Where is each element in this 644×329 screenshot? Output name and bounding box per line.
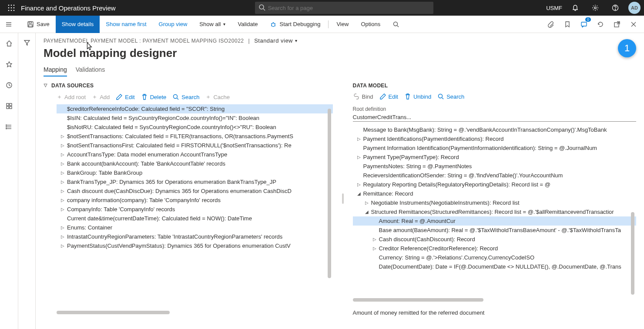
nav-workspaces-icon[interactable] [0, 99, 18, 113]
tree-node[interactable]: $isNotRU: Calculated field = SysCountryR… [57, 123, 333, 132]
options-button[interactable]: Options [355, 16, 386, 33]
datamodel-tree[interactable]: Message to Bank(MsgBank): String = @.'ve… [353, 125, 636, 303]
tree-node[interactable]: $IsIN: Calculated field = SysCountryRegi… [57, 113, 333, 123]
tree-node[interactable]: RecieversIdentificationOfSender: String … [353, 171, 636, 180]
tree-node[interactable]: PaymentsNotes: String = @.PaymentNotes [353, 162, 636, 171]
nav-home-icon[interactable] [0, 37, 18, 50]
tree-toggle-icon[interactable]: ▷ [60, 234, 65, 239]
tree-node[interactable]: Date(DocumentDate): Date = IF(@.Document… [353, 262, 636, 271]
add-button[interactable]: ＋Add [92, 93, 110, 101]
notifications-icon[interactable] [568, 1, 582, 15]
splitter[interactable] [342, 81, 344, 316]
popout-icon[interactable] [611, 18, 623, 30]
data-sources-header[interactable]: ▷ DATA SOURCES [44, 81, 333, 90]
tree-toggle-icon[interactable]: ▷ [356, 136, 362, 141]
tree-node[interactable]: ▷Cash discount due(CashDiscDue): Dynamic… [57, 186, 333, 196]
nav-modules-icon[interactable] [0, 120, 18, 134]
tree-node[interactable]: ▷AccountTransType: Data model enumeratio… [57, 150, 333, 159]
tree-node[interactable]: ▷Payment Identifications(PaymentIdentifi… [353, 134, 636, 143]
find-button[interactable] [386, 16, 406, 33]
nav-recent-icon[interactable] [0, 78, 18, 92]
tree-toggle-icon[interactable]: ▷ [60, 143, 65, 148]
company-label[interactable]: USMF [546, 5, 562, 11]
root-definition-value[interactable]: CustomerCreditTrans... [353, 113, 636, 122]
scrollbar-horizontal[interactable] [353, 298, 483, 302]
show-name-first-button[interactable]: Show name first [100, 16, 152, 33]
scrollbar-horizontal[interactable] [57, 311, 170, 314]
tree-node[interactable]: ▷BankTransType_JP: Dynamics 365 for Oper… [57, 177, 333, 186]
tree-toggle-icon[interactable]: ▷ [60, 170, 65, 175]
tree-toggle-icon[interactable]: ▷ [372, 237, 377, 242]
tree-toggle-icon[interactable]: ▷ [60, 243, 65, 248]
close-icon[interactable] [627, 18, 640, 30]
tree-toggle-icon[interactable]: ▷ [60, 207, 65, 212]
tree-node[interactable]: ▷Cash discount(CashDiscount): Record [353, 235, 636, 244]
add-root-button[interactable]: ＋Add root [57, 93, 86, 101]
tree-toggle-icon[interactable]: ▷ [60, 198, 65, 203]
view-selector[interactable]: Standard view ▾ [254, 37, 297, 44]
tree-node[interactable]: ▷IntrastatCountryRegionParameters: Table… [57, 232, 333, 241]
app-launcher[interactable] [3, 0, 19, 16]
tree-node[interactable]: ◢Remittance: Record [353, 189, 636, 198]
tree-node[interactable]: ▷Creditor Reference(CreditorReference): … [353, 244, 636, 253]
bookmark-icon[interactable] [561, 18, 574, 30]
group-view-button[interactable]: Group view [153, 16, 194, 33]
show-all-dropdown[interactable]: Show all ▾ [193, 16, 231, 33]
tree-toggle-icon[interactable]: ▷ [60, 179, 65, 184]
tree-node[interactable]: Message to Bank(MsgBank): String = @.'ve… [353, 125, 636, 134]
attach-icon[interactable] [545, 18, 557, 30]
tree-node[interactable]: Base amount(BaseAmount): Real = @.'$TaxW… [353, 226, 636, 235]
tree-node[interactable]: ▷PaymentStatus(CustVendPaymStatus): Dyna… [57, 241, 333, 250]
scrollbar-vertical[interactable] [328, 109, 331, 278]
tree-toggle-icon[interactable]: ▷ [372, 246, 377, 251]
nav-favorites-icon[interactable] [0, 57, 18, 71]
view-button[interactable]: View [330, 16, 355, 33]
tree-node[interactable]: $creditorReferenceInfoCode: Calculated f… [57, 104, 333, 113]
tree-node[interactable]: ▷$notSentTransactions: Calculated field … [57, 132, 333, 141]
tree-node[interactable]: ▷Negotiable Instruments(NegotiableInstru… [353, 198, 636, 207]
help-icon[interactable] [608, 1, 622, 15]
tree-toggle-icon[interactable]: ▷ [60, 152, 65, 157]
tree-toggle-icon[interactable]: ▷ [60, 134, 65, 139]
edit-button[interactable]: Edit [116, 93, 134, 101]
tree-toggle-icon[interactable]: ▷ [60, 225, 65, 230]
scrollbar-vertical[interactable] [631, 212, 634, 295]
tree-node[interactable]: Currency: String = @.'>Relations'.Curren… [353, 253, 636, 262]
delete-button[interactable]: Delete [141, 93, 167, 101]
search-input[interactable] [255, 2, 433, 14]
settings-icon[interactable] [588, 1, 602, 15]
tree-node[interactable]: ▷Enums: Container [57, 223, 333, 232]
tree-node[interactable]: ▷CompanyInfo: Table 'CompanyInfo' record… [57, 205, 333, 214]
tree-toggle-icon[interactable]: ◢ [356, 191, 362, 196]
unbind-button[interactable]: Unbind [404, 93, 431, 100]
filter-icon[interactable] [18, 36, 36, 50]
tab-validations[interactable]: Validations [76, 66, 105, 76]
save-button[interactable]: Save [21, 16, 56, 33]
tree-toggle-icon[interactable]: ▷ [364, 200, 369, 205]
tree-node[interactable]: ▷Regulatory Reporting Details(Regulatory… [353, 180, 636, 189]
tree-node[interactable]: Payment Information Identification(Payme… [353, 143, 636, 153]
datasource-tree[interactable]: $creditorReferenceInfoCode: Calculated f… [44, 104, 333, 316]
tree-toggle-icon[interactable]: ▷ [356, 155, 362, 160]
tree-node[interactable]: ◢Structured Remittances(StructuredRemitt… [353, 207, 636, 216]
cache-button[interactable]: ＋Cache [205, 93, 230, 101]
tree-node[interactable]: Amount: Real = @.AmountCur [353, 216, 636, 226]
refresh-icon[interactable] [594, 18, 607, 30]
avatar[interactable]: AD [628, 2, 641, 14]
bind-button[interactable]: Bind [353, 93, 373, 100]
start-debugging-button[interactable]: Start Debugging [264, 16, 326, 33]
tree-node[interactable]: Current date&time(currentDateTime): Calc… [57, 214, 333, 223]
search-button[interactable]: Search [172, 93, 199, 101]
messages-icon[interactable]: 0 [578, 18, 590, 30]
search-button[interactable]: Search [437, 93, 464, 100]
tree-node[interactable]: ▷BankGroup: Table BankGroup [57, 168, 333, 177]
tree-toggle-icon[interactable]: ▷ [356, 182, 362, 187]
nav-toggle[interactable] [2, 18, 16, 30]
edit-button[interactable]: Edit [379, 93, 398, 100]
tree-node[interactable]: ▷$notSentTransactionsFirst: Calculated f… [57, 141, 333, 150]
tree-toggle-icon[interactable]: ▷ [60, 189, 65, 193]
tree-toggle-icon[interactable]: ▷ [60, 161, 65, 166]
tree-toggle-icon[interactable]: ◢ [364, 209, 369, 214]
tree-node[interactable]: ▷Bank account(bankAccount): Table 'BankA… [57, 159, 333, 168]
tab-mapping[interactable]: Mapping [44, 66, 67, 76]
